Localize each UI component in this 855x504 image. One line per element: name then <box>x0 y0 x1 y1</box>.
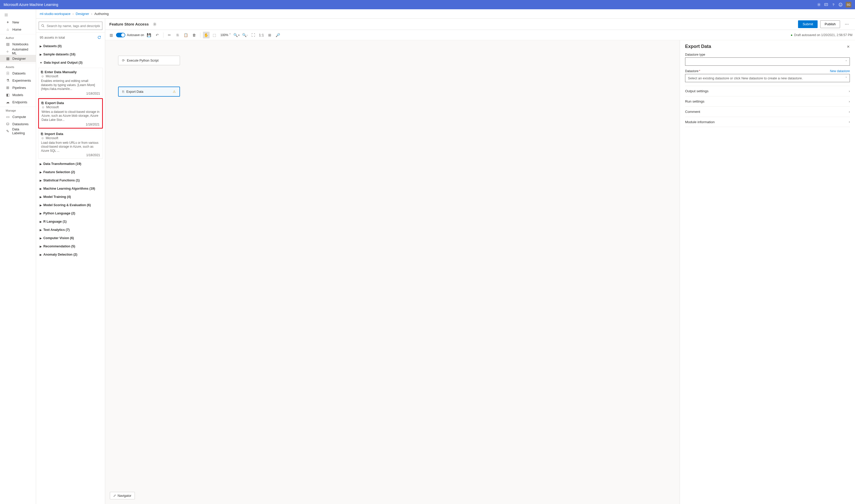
search-canvas-icon[interactable]: 🔎 <box>275 32 281 38</box>
actual-size-icon[interactable]: 1:1 <box>258 32 265 38</box>
select-icon[interactable]: ⬚ <box>211 32 218 38</box>
search-input[interactable] <box>39 22 102 30</box>
asset-export-data[interactable]: ⎘Export Data ☺Microsoft Writes a dataset… <box>38 98 103 129</box>
settings-gear-icon[interactable] <box>151 21 158 28</box>
triangle-right-icon: ▶ <box>40 212 42 215</box>
datastores-icon: ⛁ <box>6 122 10 126</box>
crumb-workspace[interactable]: ml-studio-workspace <box>40 12 70 16</box>
cat-stat[interactable]: ▶Statistical Functions (1) <box>38 176 103 184</box>
nav-notebooks[interactable]: ▤Notebooks <box>0 40 36 48</box>
nav-new[interactable]: +New <box>0 19 36 26</box>
close-icon[interactable]: ✕ <box>847 44 850 49</box>
submit-button[interactable]: Submit <box>798 20 818 28</box>
zoom-in-icon[interactable]: 🔍+ <box>233 32 240 38</box>
nav-endpoints[interactable]: ☁Endpoints <box>0 98 36 106</box>
chevron-right-icon: › <box>89 12 94 16</box>
designer-canvas[interactable]: ⟳ Execute Python Script ⎘ Export Data ⚠ … <box>105 40 680 504</box>
export-icon: ⎘ <box>122 90 124 93</box>
draft-status: ● Draft autosaved on 1/20/2021, 2:56:57 … <box>791 33 852 37</box>
more-icon[interactable]: ⋯ <box>843 22 851 26</box>
navigator-button[interactable]: ⤢ Navigator <box>110 492 135 499</box>
triangle-down-icon: ▼ <box>40 61 42 64</box>
cat-training[interactable]: ▶Model Training (4) <box>38 193 103 201</box>
breadcrumb: ml-studio-workspace › Designer › Authori… <box>36 9 855 19</box>
search-input-field[interactable] <box>47 24 100 28</box>
section-comment[interactable]: Comment› <box>685 106 850 117</box>
chevron-right-icon: › <box>849 100 850 103</box>
nav-datalabeling[interactable]: ✎Data Labeling <box>0 128 36 135</box>
settings-icon[interactable] <box>815 1 822 8</box>
section-module-info[interactable]: Module information› <box>685 117 850 127</box>
nav-experiments[interactable]: ⚗Experiments <box>0 77 36 84</box>
triangle-right-icon: ▶ <box>40 163 42 165</box>
avatar[interactable]: SG <box>846 2 851 7</box>
cat-datasets[interactable]: ▶Datasets (0) <box>38 42 103 50</box>
pan-icon[interactable]: ✋ <box>203 32 210 38</box>
cat-transform[interactable]: ▶Data Transformation (19) <box>38 160 103 168</box>
nav-designer[interactable]: ▦Designer <box>0 55 36 62</box>
python-icon: ⟳ <box>122 58 125 62</box>
nav-home[interactable]: ⌂Home <box>0 26 36 33</box>
chevron-right-icon: › <box>849 110 850 114</box>
zoom-out-icon[interactable]: 🔍- <box>242 32 248 38</box>
cat-data-io[interactable]: ▼Data Input and Output (3) <box>38 58 103 67</box>
zoom-level[interactable]: 100% ˅ <box>220 33 232 37</box>
publish-button[interactable]: Publish <box>820 20 840 28</box>
crumb-current: Authoring <box>94 12 109 16</box>
pipelines-icon: ⊞ <box>6 86 10 90</box>
cat-rec[interactable]: ▶Recommendation (5) <box>38 242 103 250</box>
node-execute-python[interactable]: ⟳ Execute Python Script <box>118 56 180 65</box>
cat-feature[interactable]: ▶Feature Selection (2) <box>38 168 103 176</box>
autosave-toggle[interactable] <box>116 33 125 37</box>
triangle-right-icon: ▶ <box>40 179 42 182</box>
cat-text[interactable]: ▶Text Analytics (7) <box>38 226 103 234</box>
nav-models[interactable]: ◧Models <box>0 91 36 98</box>
svg-point-0 <box>818 4 820 5</box>
help-icon[interactable]: ? <box>830 1 837 8</box>
nav-datasets[interactable]: ⌸Datasets <box>0 70 36 77</box>
new-datastore-link[interactable]: New datastore <box>830 69 850 73</box>
section-output-settings[interactable]: Output settings› <box>685 86 850 96</box>
datastore-select[interactable]: Select an existing datastore or click Ne… <box>685 74 850 82</box>
cat-r[interactable]: ▶R Language (1) <box>38 217 103 226</box>
chevron-right-icon: › <box>849 89 850 93</box>
module-icon: ⎘ <box>41 70 43 74</box>
notebook-icon: ▤ <box>6 42 10 46</box>
feedback-icon[interactable] <box>822 1 830 8</box>
node-export-data[interactable]: ⎘ Export Data ⚠ <box>118 87 180 97</box>
paste-icon[interactable]: 📋 <box>182 32 189 38</box>
nav-compute[interactable]: ▭Compute <box>0 113 36 120</box>
undo-icon[interactable]: ↶ <box>154 32 161 38</box>
nav-pipelines[interactable]: ⊞Pipelines <box>0 84 36 91</box>
triangle-right-icon: ▶ <box>40 196 42 198</box>
home-icon: ⌂ <box>6 27 10 32</box>
cat-scoring[interactable]: ▶Model Scoring & Evaluation (6) <box>38 201 103 209</box>
nav-datastores[interactable]: ⛁Datastores <box>0 120 36 128</box>
crumb-designer[interactable]: Designer <box>76 12 89 16</box>
smiley-icon[interactable] <box>837 1 844 8</box>
copy-icon[interactable]: ⎘ <box>174 32 181 38</box>
triangle-right-icon: ▶ <box>40 45 42 48</box>
refresh-icon[interactable] <box>97 35 101 39</box>
datastore-type-select[interactable]: ˅ <box>685 57 850 66</box>
asset-enter-data[interactable]: ⎘Enter Data Manually ☺Microsoft Enables … <box>38 68 103 97</box>
nav-automl[interactable]: ⟐Automated ML <box>0 48 36 55</box>
nav-collapse-icon[interactable] <box>0 11 36 19</box>
asset-import-data[interactable]: ⎘Import Data ☺Microsoft Load data from w… <box>38 130 103 159</box>
cat-python[interactable]: ▶Python Language (2) <box>38 209 103 217</box>
fit-icon[interactable]: ⛶ <box>250 32 257 38</box>
cat-anomaly[interactable]: ▶Anomaly Detection (2) <box>38 250 103 259</box>
cat-cv[interactable]: ▶Computer Vision (6) <box>38 234 103 242</box>
save-icon[interactable]: 💾 <box>146 32 152 38</box>
layout-icon[interactable]: ⊞ <box>266 32 273 38</box>
cat-sample[interactable]: ▶Sample datasets (16) <box>38 50 103 58</box>
check-icon: ● <box>791 33 792 37</box>
cut-icon[interactable]: ✂ <box>166 32 173 38</box>
section-run-settings[interactable]: Run settings› <box>685 96 850 106</box>
delete-icon[interactable]: 🗑 <box>191 32 197 38</box>
svg-point-2 <box>839 3 842 6</box>
cat-mlalgo[interactable]: ▶Machine Learning Algorithms (19) <box>38 184 103 193</box>
minimap-icon[interactable]: ▥ <box>108 32 115 38</box>
search-icon <box>41 24 45 28</box>
svg-rect-1 <box>824 3 828 6</box>
